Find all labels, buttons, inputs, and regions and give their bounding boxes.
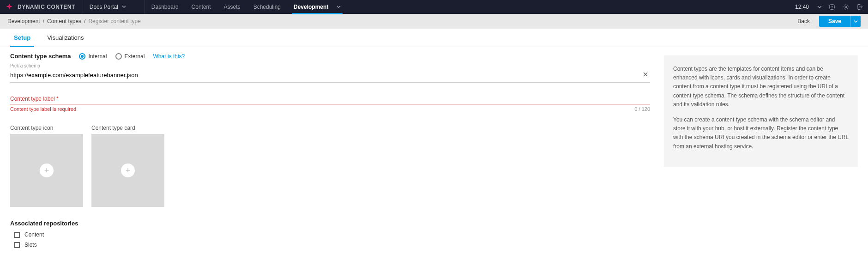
brand-name: DYNAMIC CONTENT xyxy=(18,4,75,10)
clear-input-icon[interactable] xyxy=(641,70,650,80)
field-label: Content type label * xyxy=(10,96,650,102)
breadcrumb-item[interactable]: Development xyxy=(7,18,40,24)
breadcrumb-sep: / xyxy=(84,18,85,24)
nav-label: Scheduling xyxy=(253,4,281,10)
help-icon[interactable]: ? xyxy=(828,3,836,11)
what-is-this-link[interactable]: What is this? xyxy=(153,53,185,60)
schema-source-row: Content type schema Internal External Wh… xyxy=(10,53,650,60)
tab-visualizations[interactable]: Visualizations xyxy=(43,29,87,47)
nav-dashboard[interactable]: Dashboard xyxy=(145,0,185,14)
repo-slots[interactable]: Slots xyxy=(14,242,650,248)
chevron-down-icon xyxy=(337,4,341,10)
card-upload-box[interactable]: + xyxy=(91,134,164,207)
plus-icon: + xyxy=(40,164,54,177)
breadcrumb-item-current: Register content type xyxy=(88,18,140,24)
associated-repos-title: Associated repositories xyxy=(10,220,650,227)
breadcrumb: Development / Content types / Register c… xyxy=(7,18,141,24)
chevron-down-icon[interactable] xyxy=(817,5,822,9)
label-field-meta: Content type label is required 0 / 120 xyxy=(10,106,650,112)
icon-upload-box[interactable]: + xyxy=(10,134,83,207)
nav-label: Assets xyxy=(224,4,241,10)
top-nav: Docs Portal Dashboard Content Assets Sch… xyxy=(83,0,348,14)
schema-hint: Pick a schema xyxy=(10,63,650,68)
topbar: DYNAMIC CONTENT Docs Portal Dashboard Co… xyxy=(0,0,868,14)
radio-icon xyxy=(115,53,122,60)
help-paragraph: You can create a content type schema wit… xyxy=(673,115,849,151)
radio-internal[interactable]: Internal xyxy=(79,53,107,60)
repo-content[interactable]: Content xyxy=(14,231,650,238)
gear-icon[interactable] xyxy=(842,3,850,11)
field-error: Content type label is required xyxy=(10,106,76,112)
content-type-icon-upload: Content type icon + xyxy=(10,125,83,207)
nav-label: Dashboard xyxy=(151,4,179,10)
radio-label: External xyxy=(125,53,145,60)
plus-icon: + xyxy=(121,164,135,177)
breadcrumb-sep: / xyxy=(43,18,44,24)
tab-setup[interactable]: Setup xyxy=(10,29,34,47)
back-link[interactable]: Back xyxy=(797,18,810,24)
nav-label: Development xyxy=(294,4,328,10)
radio-icon xyxy=(79,53,85,60)
subheader: Development / Content types / Register c… xyxy=(0,14,868,29)
svg-point-2 xyxy=(845,6,847,8)
logout-icon[interactable] xyxy=(856,3,863,11)
topbar-tools: 12:40 ? xyxy=(795,3,863,11)
form-column: Content type schema Internal External Wh… xyxy=(10,53,650,252)
brand-area: DYNAMIC CONTENT xyxy=(5,0,83,14)
content-type-label-field[interactable]: Content type label * xyxy=(10,96,650,104)
save-dropdown-button[interactable] xyxy=(850,16,861,27)
nav-label: Content xyxy=(192,4,211,10)
checkbox-icon[interactable] xyxy=(14,232,20,238)
repo-label: Content xyxy=(24,231,44,238)
main-content: Content type schema Internal External Wh… xyxy=(0,47,868,266)
help-paragraph: Content types are the templates for cont… xyxy=(673,65,849,109)
chevron-down-icon xyxy=(122,4,126,10)
app-logo-icon xyxy=(5,2,14,12)
nav-docs-label: Docs Portal xyxy=(90,4,118,10)
nav-docs-portal[interactable]: Docs Portal xyxy=(83,0,145,14)
nav-development[interactable]: Development xyxy=(287,0,347,14)
nav-content[interactable]: Content xyxy=(185,0,217,14)
radio-external[interactable]: External xyxy=(115,53,145,60)
save-button-group: Save xyxy=(819,16,861,27)
clock-time: 12:40 xyxy=(795,4,809,10)
page-tabs: Setup Visualizations xyxy=(0,29,868,47)
svg-text:?: ? xyxy=(831,5,833,9)
schema-section-label: Content type schema xyxy=(10,53,71,60)
checkbox-icon[interactable] xyxy=(14,242,20,248)
upload-row: Content type icon + Content type card + xyxy=(10,125,650,207)
upload-label: Content type card xyxy=(91,125,164,131)
schema-url-input[interactable] xyxy=(10,71,641,79)
char-counter: 0 / 120 xyxy=(634,106,650,112)
upload-label: Content type icon xyxy=(10,125,83,131)
nav-assets[interactable]: Assets xyxy=(217,0,247,14)
save-button[interactable]: Save xyxy=(819,16,850,27)
content-type-card-upload: Content type card + xyxy=(91,125,164,207)
breadcrumb-item[interactable]: Content types xyxy=(47,18,81,24)
schema-input-row xyxy=(10,70,650,83)
nav-scheduling[interactable]: Scheduling xyxy=(247,0,287,14)
radio-label: Internal xyxy=(88,53,107,60)
repo-label: Slots xyxy=(24,242,37,248)
help-panel: Content types are the templates for cont… xyxy=(664,55,858,167)
